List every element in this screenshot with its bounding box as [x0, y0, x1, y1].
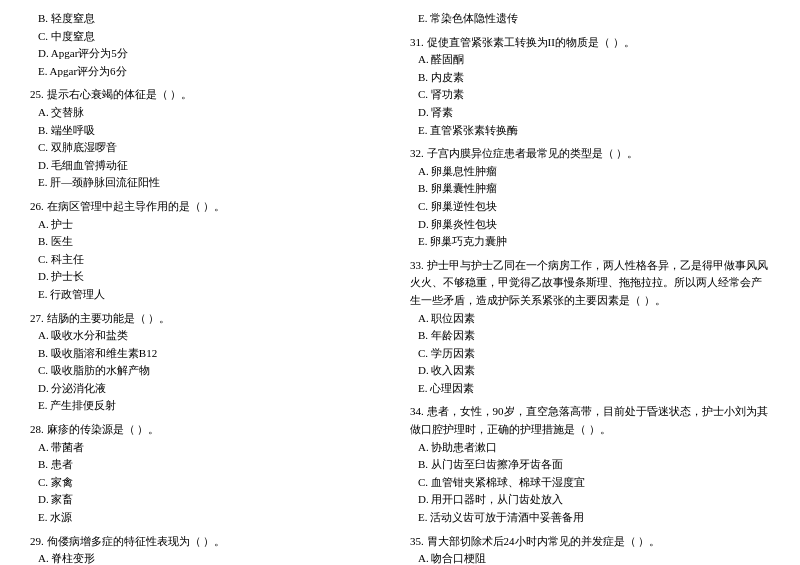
q27-c: C. 吸收脂肪的水解产物 [30, 362, 390, 380]
q34-a: A. 协助患者漱口 [410, 439, 770, 457]
q25-a: A. 交替脉 [30, 104, 390, 122]
q33-e: E. 心理因素 [410, 380, 770, 398]
question-26-title: 26. 在病区管理中起主导作用的是（ ）。 [30, 198, 390, 216]
q28-d: D. 家畜 [30, 491, 390, 509]
q28-b: B. 患者 [30, 456, 390, 474]
q33-a: A. 职位因素 [410, 310, 770, 328]
q27-d: D. 分泌消化液 [30, 380, 390, 398]
q28-a: A. 带菌者 [30, 439, 390, 457]
q26-a: A. 护士 [30, 216, 390, 234]
q26-d: D. 护士长 [30, 268, 390, 286]
q31-c: C. 肾功素 [410, 86, 770, 104]
q32-b: B. 卵巢囊性肿瘤 [410, 180, 770, 198]
q25-b: B. 端坐呼吸 [30, 122, 390, 140]
option-e: E. Apgar评分为6分 [30, 63, 390, 81]
question-block-33: 33. 护士甲与护士乙同在一个病房工作，两人性格各异，乙是得甲做事风风火火、不够… [410, 257, 770, 398]
page-content: B. 轻度窒息 C. 中度窒息 D. Apgar评分为5分 E. Apgar评分… [30, 10, 770, 565]
left-column: B. 轻度窒息 C. 中度窒息 D. Apgar评分为5分 E. Apgar评分… [30, 10, 390, 565]
q26-e: E. 行政管理人 [30, 286, 390, 304]
question-block-25: 25. 提示右心衰竭的体征是（ ）。 A. 交替脉 B. 端坐呼吸 C. 双肺底… [30, 86, 390, 192]
question-31-title: 31. 促使直管紧张素工转换为II的物质是（ ）。 [410, 34, 770, 52]
q27-b: B. 吸收脂溶和维生素B12 [30, 345, 390, 363]
q31-b: B. 内皮素 [410, 69, 770, 87]
q32-d: D. 卵巢炎性包块 [410, 216, 770, 234]
q31-e: E. 直管紧张素转换酶 [410, 122, 770, 140]
question-27-title: 27. 结肠的主要功能是（ ）。 [30, 310, 390, 328]
q25-c: C. 双肺底湿啰音 [30, 139, 390, 157]
q26-b: B. 医生 [30, 233, 390, 251]
q34-e: E. 活动义齿可放于清酒中妥善备用 [410, 509, 770, 527]
q32-c: C. 卵巢逆性包块 [410, 198, 770, 216]
q31-d: D. 肾素 [410, 104, 770, 122]
q34-d: D. 用开口器时，从门齿处放入 [410, 491, 770, 509]
question-block-31: 31. 促使直管紧张素工转换为II的物质是（ ）。 A. 醛固酮 B. 内皮素 … [410, 34, 770, 140]
question-33-title: 33. 护士甲与护士乙同在一个病房工作，两人性格各异，乙是得甲做事风风火火、不够… [410, 257, 770, 310]
q34-b: B. 从门齿至臼齿擦净牙齿各面 [410, 456, 770, 474]
columns: B. 轻度窒息 C. 中度窒息 D. Apgar评分为5分 E. Apgar评分… [30, 10, 770, 565]
q35-a: A. 吻合口梗阻 [410, 550, 770, 565]
question-block-35: 35. 胃大部切除术后24小时内常见的并发症是（ ）。 A. 吻合口梗阻 B. … [410, 533, 770, 565]
q27-e: E. 产生排便反射 [30, 397, 390, 415]
q33-b: B. 年龄因素 [410, 327, 770, 345]
q33-d: D. 收入因素 [410, 362, 770, 380]
question-35-title: 35. 胃大部切除术后24小时内常见的并发症是（ ）。 [410, 533, 770, 551]
question-block-b: B. 轻度窒息 C. 中度窒息 D. Apgar评分为5分 E. Apgar评分… [30, 10, 390, 80]
q32-e: E. 卵巢巧克力囊肿 [410, 233, 770, 251]
q34-c: C. 血管钳夹紧棉球、棉球干湿度宜 [410, 474, 770, 492]
question-29-title: 29. 佝偻病增多症的特征性表现为（ ）。 [30, 533, 390, 551]
q30-e: E. 常染色体隐性遗传 [410, 10, 770, 28]
q26-c: C. 科主任 [30, 251, 390, 269]
question-34-title: 34. 患者，女性，90岁，直空急落高带，目前处于昏迷状态，护士小刘为其做口腔护… [410, 403, 770, 438]
question-32-title: 32. 子宫内膜异位症患者最常见的类型是（ ）。 [410, 145, 770, 163]
q28-e: E. 水源 [30, 509, 390, 527]
option-b: B. 轻度窒息 [30, 10, 390, 28]
q27-a: A. 吸收水分和盐类 [30, 327, 390, 345]
q28-c: C. 家禽 [30, 474, 390, 492]
question-28-title: 28. 麻疹的传染源是（ ）。 [30, 421, 390, 439]
option-c: C. 中度窒息 [30, 28, 390, 46]
question-25-title: 25. 提示右心衰竭的体征是（ ）。 [30, 86, 390, 104]
q32-a: A. 卵巢息性肿瘤 [410, 163, 770, 181]
q33-c: C. 学历因素 [410, 345, 770, 363]
q25-d: D. 毛细血管搏动征 [30, 157, 390, 175]
option-d: D. Apgar评分为5分 [30, 45, 390, 63]
question-block-34: 34. 患者，女性，90岁，直空急落高带，目前处于昏迷状态，护士小刘为其做口腔护… [410, 403, 770, 526]
right-column: E. 常染色体隐性遗传 31. 促使直管紧张素工转换为II的物质是（ ）。 A.… [410, 10, 770, 565]
question-block-32: 32. 子宫内膜异位症患者最常见的类型是（ ）。 A. 卵巢息性肿瘤 B. 卵巢… [410, 145, 770, 251]
question-block-29: 29. 佝偻病增多症的特征性表现为（ ）。 A. 脊柱变形 B. 腹骨与腹瘦 C… [30, 533, 390, 565]
question-block-28: 28. 麻疹的传染源是（ ）。 A. 带菌者 B. 患者 C. 家禽 D. 家畜… [30, 421, 390, 527]
question-block-26: 26. 在病区管理中起主导作用的是（ ）。 A. 护士 B. 医生 C. 科主任… [30, 198, 390, 304]
q25-e: E. 肝—颈静脉回流征阳性 [30, 174, 390, 192]
q31-a: A. 醛固酮 [410, 51, 770, 69]
question-block-e: E. 常染色体隐性遗传 [410, 10, 770, 28]
q29-a: A. 脊柱变形 [30, 550, 390, 565]
question-block-27: 27. 结肠的主要功能是（ ）。 A. 吸收水分和盐类 B. 吸收脂溶和维生素B… [30, 310, 390, 416]
